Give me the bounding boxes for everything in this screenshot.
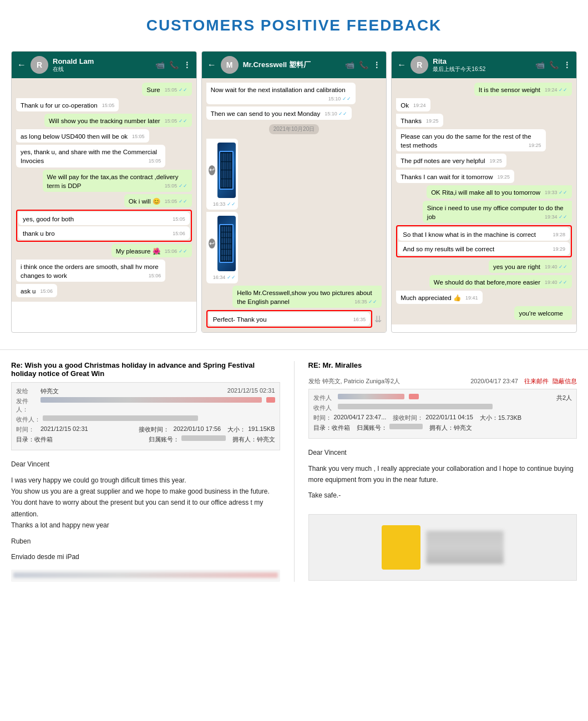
scroll-icon[interactable]: ⇊ <box>374 314 382 324</box>
header-icons-2: 📹 📞 ⋮ <box>345 60 381 69</box>
email-text-1: I was very happy we could go trough difi… <box>11 475 280 531</box>
avatar-2: M <box>221 56 239 74</box>
email-greeting-2: Dear Vincent <box>308 447 577 458</box>
list-item: Thank u for ur co-operation 15:05 <box>16 98 119 111</box>
list-item: ask u 15:06 <box>16 284 57 297</box>
list-item: yes, thank u, and share with me the Comm… <box>16 145 165 167</box>
list-item: Please can you do the same for the rest … <box>396 129 545 151</box>
list-item: Sure 15:05 ✓✓ <box>142 83 191 96</box>
list-item: We should do that before,more easier 19:… <box>429 275 572 288</box>
phone-icon-1[interactable]: 📞 <box>169 60 179 69</box>
email-panel-1: Re: Wish you a good Christmas holiday in… <box>11 361 280 582</box>
header-icons-3: 📹 📞 ⋮ <box>535 60 571 69</box>
email-meta-1: 发给 钟亮文 2021/12/15 02:31 发件人： 收件人： 时间： 20… <box>11 382 280 450</box>
list-item: Ok i will 😊 15:05 ✓✓ <box>124 194 192 207</box>
chat-header-2: ← M Mr.Cresswell 塑料厂 📹 📞 ⋮ <box>202 52 387 78</box>
chat-body-3: It is the sensor weight 19:24 ✓✓ Ok 19:2… <box>392 78 576 324</box>
email-subject-2: RE: Mr. Miralles <box>308 361 362 369</box>
chat-window-3: ← R Rita 最后上线于今天16:52 📹 📞 ⋮ It is the se… <box>391 51 577 333</box>
list-item: Perfect- Thank you 16:35 <box>209 312 371 326</box>
menu-icon-3[interactable]: ⋮ <box>563 60 571 69</box>
chat-name-2: Mr.Cresswell 塑料厂 <box>243 60 341 70</box>
email-divider <box>294 361 295 582</box>
email-greeting-1: Dear Vincent <box>11 459 280 470</box>
email-footer-1: Enviado desde mi iPad <box>11 551 280 562</box>
chat-status-3: 最后上线于今天16:52 <box>433 65 531 73</box>
list-item: OK Rita,i will make all to you tomorrow … <box>427 185 572 199</box>
list-item: Now wait for the next installation and c… <box>206 83 356 104</box>
highlighted-message-2-wrap: Perfect- Thank you 16:35 ⇊ <box>206 310 382 328</box>
list-item: Thanks 19:25 <box>396 114 443 127</box>
blurred-recipient <box>43 415 198 421</box>
email-section: Re: Wish you a good Christmas holiday in… <box>0 349 588 593</box>
email-text-2: Thank you very much , I really appreciat… <box>308 463 577 486</box>
header-info-3: Rita 最后上线于今天16:52 <box>433 57 531 73</box>
list-item: Since i need to use my office computer t… <box>423 201 572 223</box>
email-panel-2: RE: Mr. Miralles 发给 钟亮文, Patricio Zuniga… <box>308 361 577 582</box>
highlighted-message-2: Perfect- Thank you 16:35 <box>206 310 373 328</box>
list-item: Then we can send to you next Monday 15:1… <box>206 106 352 120</box>
chat-window-1: ← R Ronald Lam 在线 📹 📞 ⋮ Sure 15:05 ✓✓ Th… <box>11 51 197 333</box>
list-item: ↩ 16:33 ✓✓ <box>206 139 238 210</box>
video-icon-1[interactable]: 📹 <box>155 60 165 69</box>
email-body-1: Dear Vincent I was very happy we could g… <box>11 456 280 570</box>
chat-name-3: Rita <box>433 57 531 65</box>
email-meta-from: 发给 钟亮文 2021/12/15 02:31 <box>16 387 275 395</box>
chat-header-3: ← R Rita 最后上线于今天16:52 📹 📞 ⋮ <box>392 52 576 78</box>
email-subject-1: Re: Wish you a good Christmas holiday in… <box>11 361 280 378</box>
email-signature-1: Ruben <box>11 536 280 547</box>
chat-body-2: Now wait for the next installation and c… <box>202 78 387 332</box>
blurred-account <box>181 435 226 441</box>
back-arrow-icon-2[interactable]: ← <box>207 60 216 70</box>
email-meta-sender: 发件人： <box>16 397 275 414</box>
highlighted-messages-1: yes, good for both 15:05 thank u bro 15:… <box>16 210 192 242</box>
blurred-sender-2 <box>338 394 404 399</box>
avatar-1: R <box>31 56 48 74</box>
list-item: as long below USD400 then will be ok 15:… <box>16 129 149 143</box>
list-item: Will show you the tracking number later … <box>44 114 192 127</box>
email-blurred-footer <box>11 570 280 582</box>
date-divider-2: 2021年10月20日 <box>269 124 320 134</box>
list-item: It is the sensor weight 19:24 ✓✓ <box>474 83 572 96</box>
phone-icon-2[interactable]: 📞 <box>359 60 368 69</box>
email-meta-2: 发件人 共2人 收件人 时间： 2020/04/17 23:47... 接收时间… <box>308 389 577 439</box>
header-info-1: Ronald Lam 在线 <box>53 57 151 73</box>
highlighted-messages-3: So that I know what is in the machine is… <box>396 225 572 257</box>
header-icons-1: 📹 📞 ⋮ <box>155 60 191 69</box>
list-item: yes you are right 19:40 ✓✓ <box>489 260 572 273</box>
list-item: So that I know what is in the machine is… <box>398 227 570 241</box>
chat-window-2: ← M Mr.Cresswell 塑料厂 📹 📞 ⋮ Now wait for … <box>201 51 387 333</box>
list-item: thank u bro 15:06 <box>18 226 190 240</box>
blurred-sender <box>40 397 262 403</box>
back-arrow-icon[interactable]: ← <box>17 60 26 70</box>
email-from-row: 发给 钟亮文, Patricio Zuniga等2人 2020/04/17 23… <box>308 377 577 385</box>
yellow-image-block <box>382 525 420 570</box>
email-image-2 <box>308 514 577 581</box>
list-item: My pleasure 🌺 15:06 ✓✓ <box>111 244 192 257</box>
email-meta-time: 时间： 2021/12/15 02:31 接收时间： 2022/01/10 17… <box>16 425 275 434</box>
email-header-row-2: RE: Mr. Miralles <box>308 361 577 374</box>
email-body-2: Dear Vincent Thank you very much , I rea… <box>308 444 577 509</box>
list-item: Much appreciated 👍 19:41 <box>396 291 482 304</box>
list-item: And so my results will be correct 19:29 <box>398 242 570 255</box>
phone-icon-3[interactable]: 📞 <box>549 60 559 69</box>
page-title: CUSTOMERS POSITIVE FEEDBACK <box>0 0 588 45</box>
email-closing-2: Take safe.- <box>308 490 577 501</box>
chat-name-1: Ronald Lam <box>53 57 151 65</box>
list-item: We will pay for the tax,as the contract … <box>43 170 192 192</box>
video-icon-2[interactable]: 📹 <box>345 60 354 69</box>
menu-icon-1[interactable]: ⋮ <box>183 60 191 69</box>
video-icon-3[interactable]: 📹 <box>535 60 545 69</box>
back-arrow-icon-3[interactable]: ← <box>397 60 406 70</box>
blurred-image-block <box>426 531 504 564</box>
list-item: The pdf notes are very helpful 19:25 <box>396 154 506 167</box>
list-item: ↩ 1 <box>206 212 238 283</box>
header-info-2: Mr.Cresswell 塑料厂 <box>243 60 341 70</box>
avatar-3: R <box>410 56 428 74</box>
email-meta-folder: 目录：收件箱 归属账号： 拥有人：钟亮文 <box>16 435 275 444</box>
chat-header-1: ← R Ronald Lam 在线 📹 📞 ⋮ <box>12 52 196 78</box>
email-meta-recipient: 收件人： <box>16 415 275 424</box>
list-item: Ok 19:24 <box>396 98 430 111</box>
menu-icon-2[interactable]: ⋮ <box>373 60 381 69</box>
blurred-recipient-2 <box>338 404 493 409</box>
